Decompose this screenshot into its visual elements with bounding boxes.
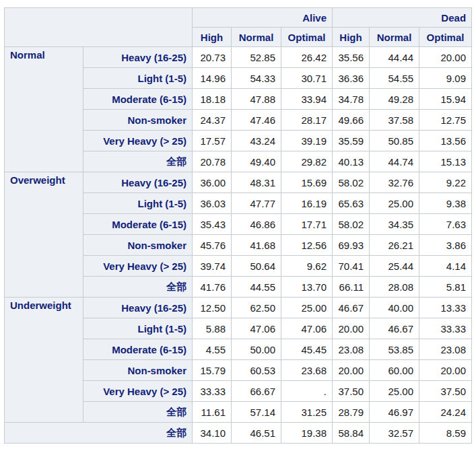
data-cell: 45.45	[281, 339, 333, 360]
data-cell: 9.38	[419, 193, 472, 214]
data-cell: 47.77	[232, 193, 281, 214]
data-cell: 25.00	[370, 381, 419, 402]
data-cell: 62.50	[232, 298, 281, 318]
data-cell: 36.00	[193, 172, 232, 193]
data-cell: 66.11	[333, 277, 370, 298]
data-cell: 17.57	[193, 131, 232, 151]
data-cell: 9.62	[281, 256, 333, 277]
data-cell: 52.85	[232, 47, 281, 68]
data-cell: 37.58	[370, 110, 419, 131]
data-cell: 44.44	[370, 47, 419, 68]
total-data-cell: 32.57	[370, 423, 419, 444]
row-category-label: Non-smoker	[83, 235, 193, 256]
data-cell: 33.33	[419, 318, 472, 339]
data-cell: 43.24	[232, 131, 281, 151]
data-cell: 58.02	[333, 172, 370, 193]
total-data-cell: 58.84	[333, 423, 370, 444]
column-group-row: Alive Dead	[5, 8, 472, 28]
row-category-label: Light (1-5)	[83, 193, 193, 214]
total-row: 全部34.1046.5119.3858.8432.578.59	[5, 423, 472, 444]
data-cell: 41.68	[232, 235, 281, 256]
data-cell: 28.08	[370, 277, 419, 298]
column-header-dead-high: High	[333, 28, 370, 47]
data-cell: 49.66	[333, 110, 370, 131]
data-cell: .	[281, 381, 333, 402]
data-cell: 5.88	[193, 318, 232, 339]
column-header-alive-high: High	[193, 28, 232, 47]
data-cell: 26.42	[281, 47, 333, 68]
data-cell: 11.61	[193, 402, 232, 423]
data-cell: 7.63	[419, 214, 472, 235]
data-cell: 50.64	[232, 256, 281, 277]
data-cell: 41.76	[193, 277, 232, 298]
column-group-alive: Alive	[193, 8, 333, 28]
data-cell: 39.74	[193, 256, 232, 277]
data-cell: 12.50	[193, 298, 232, 318]
data-cell: 26.21	[370, 235, 419, 256]
data-cell: 60.53	[232, 360, 281, 381]
data-cell: 49.28	[370, 89, 419, 110]
data-cell: 35.43	[193, 214, 232, 235]
data-cell: 32.76	[370, 172, 419, 193]
data-cell: 49.40	[232, 151, 281, 172]
row-category-label: Light (1-5)	[83, 318, 193, 339]
data-cell: 47.88	[232, 89, 281, 110]
data-cell: 50.00	[232, 339, 281, 360]
row-category-label: Heavy (16-25)	[83, 298, 193, 318]
row-category-label: 全部	[83, 402, 193, 423]
row-category-label: Heavy (16-25)	[83, 172, 193, 193]
data-cell: 30.71	[281, 68, 333, 89]
data-cell: 20.00	[419, 360, 472, 381]
data-cell: 20.78	[193, 151, 232, 172]
data-cell: 13.56	[419, 131, 472, 151]
data-cell: 60.00	[370, 360, 419, 381]
data-cell: 40.00	[370, 298, 419, 318]
row-category-label: Very Heavy (> 25)	[83, 381, 193, 402]
data-cell: 37.50	[333, 381, 370, 402]
column-header-dead-optimal: Optimal	[419, 28, 472, 47]
report-page: Alive Dead High Normal Optimal High Norm…	[0, 0, 476, 453]
data-cell: 34.78	[333, 89, 370, 110]
data-cell: 3.86	[419, 235, 472, 256]
data-cell: 28.17	[281, 110, 333, 131]
row-category-label: Moderate (6-15)	[83, 339, 193, 360]
data-cell: 54.55	[370, 68, 419, 89]
crosstab-table: Alive Dead High Normal Optimal High Norm…	[4, 7, 472, 444]
data-cell: 23.08	[333, 339, 370, 360]
total-data-cell: 34.10	[193, 423, 232, 444]
row-category-label: Moderate (6-15)	[83, 89, 193, 110]
row-category-label: Very Heavy (> 25)	[83, 131, 193, 151]
row-category-label: Non-smoker	[83, 110, 193, 131]
data-cell: 47.06	[232, 318, 281, 339]
data-cell: 14.96	[193, 68, 232, 89]
data-cell: 46.97	[370, 402, 419, 423]
data-cell: 25.44	[370, 256, 419, 277]
data-cell: 66.67	[232, 381, 281, 402]
data-cell: 16.19	[281, 193, 333, 214]
data-cell: 15.79	[193, 360, 232, 381]
data-cell: 5.81	[419, 277, 472, 298]
data-cell: 50.85	[370, 131, 419, 151]
data-cell: 47.06	[281, 318, 333, 339]
data-cell: 47.46	[232, 110, 281, 131]
data-cell: 24.24	[419, 402, 472, 423]
corner-cell	[5, 8, 193, 47]
total-data-cell: 46.51	[232, 423, 281, 444]
data-cell: 57.14	[232, 402, 281, 423]
row-group-label: Normal	[5, 47, 83, 172]
data-cell: 46.67	[333, 298, 370, 318]
data-cell: 69.93	[333, 235, 370, 256]
table-row: NormalHeavy (16-25)20.7352.8526.4235.564…	[5, 47, 472, 68]
table-header: Alive Dead High Normal Optimal High Norm…	[5, 8, 472, 47]
data-cell: 35.59	[333, 131, 370, 151]
row-group-label: Underweight	[5, 298, 83, 423]
data-cell: 4.55	[193, 339, 232, 360]
data-cell: 35.56	[333, 47, 370, 68]
data-cell: 44.55	[232, 277, 281, 298]
data-cell: 9.09	[419, 68, 472, 89]
data-cell: 4.14	[419, 256, 472, 277]
table-row: OverweightHeavy (16-25)36.0048.3115.6958…	[5, 172, 472, 193]
row-category-label: 全部	[83, 151, 193, 172]
data-cell: 20.73	[193, 47, 232, 68]
data-cell: 36.03	[193, 193, 232, 214]
